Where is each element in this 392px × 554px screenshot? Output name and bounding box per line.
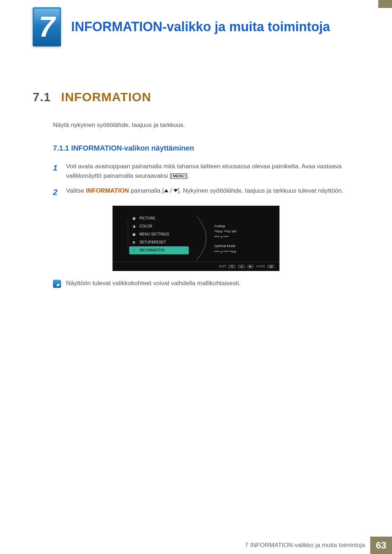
chapter-number-badge: 7 (33, 7, 61, 46)
osd-info-line: Analog (214, 223, 272, 229)
chapter-number: 7 (39, 10, 55, 44)
triangle-down-icon (173, 189, 178, 192)
section-intro: Näytä nykyinen syöttölähde, taajuus ja t… (53, 122, 359, 129)
gear-icon: ✿ (131, 240, 136, 245)
osd-up-button: ▲ (238, 264, 245, 268)
osd-item-menu-settings: ▣MENU SETTINGS (131, 230, 189, 238)
step-number: 1 (53, 162, 61, 181)
section-heading: 7.1 INFORMATION (33, 90, 359, 104)
step-2: 2 Valitse INFORMATION painamalla [ / ]. … (53, 186, 359, 198)
osd-info-line: **** x **** **Hz (214, 249, 272, 254)
chapter-header: 7 INFORMATION-valikko ja muita toimintoj… (0, 0, 392, 46)
chapter-title: INFORMATION-valikko ja muita toimintoja (71, 19, 330, 34)
subsection-heading: 7.1.1 INFORMATION-valikon näyttäminen (53, 144, 359, 152)
step-text: Valitse INFORMATION painamalla [ / ]. Ny… (66, 186, 343, 198)
osd-info-panel: Analog **kHz **Hz NP **** x **** Optimal… (214, 214, 272, 254)
osd-divider-curve (196, 214, 207, 254)
osd-menu-list: ▦PICTURE ◑COLOR ▣MENU SETTINGS ✿SETUP&RE… (123, 214, 189, 254)
osd-info-line: Optimal Mode (214, 243, 272, 249)
section-title: INFORMATION (61, 90, 151, 104)
menu-settings-icon: ▣ (131, 232, 136, 237)
osd-auto-label: AUTO (256, 264, 265, 268)
triangle-up-icon (164, 189, 168, 192)
step-text: Voit avata avainoppaan painamalla mitä t… (66, 162, 359, 181)
osd-power-button: ⏻ (267, 264, 274, 268)
page-footer: 7 INFORMATION-valikko ja muita toimintoj… (0, 537, 392, 554)
osd-down-button: ▼ (228, 264, 236, 268)
note-text: Näyttöön tulevat valikkokohteet voivat v… (66, 280, 241, 287)
osd-item-color: ◑COLOR (131, 222, 189, 230)
osd-info-line: **kHz **Hz NP (214, 229, 272, 234)
footer-page-number: 63 (370, 537, 392, 554)
keyword-information: INFORMATION (86, 187, 129, 194)
subsection-number: 7.1.1 (53, 144, 69, 152)
step-number: 2 (53, 186, 61, 198)
menu-button-chip: MENU (171, 173, 186, 179)
osd-footer-bar: EXIT ▼ ▲ ▶ AUTO ⏻ (113, 262, 279, 271)
osd-exit-label: EXIT (219, 264, 226, 268)
osd-right-button: ▶ (247, 264, 254, 268)
note-row: Näyttöön tulevat valikkokohteet voivat v… (53, 280, 359, 288)
info-icon: i (131, 248, 136, 253)
subsection-title: INFORMATION-valikon näyttäminen (71, 144, 194, 152)
note-icon (53, 280, 61, 288)
osd-item-setup-reset: ✿SETUP&RESET (131, 238, 189, 246)
osd-item-picture: ▦PICTURE (131, 214, 189, 222)
color-icon: ◑ (131, 224, 136, 229)
picture-icon: ▦ (131, 216, 136, 221)
step-1: 1 Voit avata avainoppaan painamalla mitä… (53, 162, 359, 181)
osd-info-line: **** x **** (214, 234, 272, 239)
osd-screenshot: ▦PICTURE ◑COLOR ▣MENU SETTINGS ✿SETUP&RE… (113, 206, 279, 271)
osd-item-information: iINFORMATION (129, 246, 189, 254)
section-number: 7.1 (33, 90, 51, 104)
header-corner-stripe (378, 0, 392, 8)
footer-chapter-text: 7 INFORMATION-valikko ja muita toimintoj… (245, 537, 370, 554)
